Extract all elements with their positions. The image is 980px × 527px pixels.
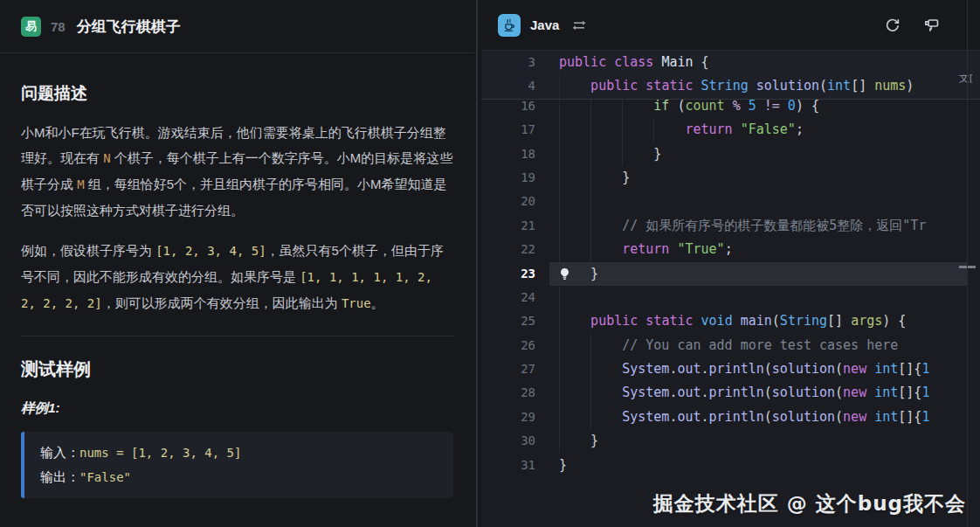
code-line: 24 (481, 286, 968, 309)
active-code-line: 23} (481, 262, 968, 286)
indent-guide (559, 334, 590, 357)
code-line: 26// You can add more test cases here (481, 334, 968, 357)
line-number: 24 (481, 286, 535, 309)
line-number: 22 (481, 238, 535, 261)
language-label[interactable]: Java (530, 17, 559, 32)
indent-guide (559, 74, 590, 98)
code-editor[interactable]: 3public class Main {4public static Strin… (481, 51, 980, 527)
indent-guide (653, 118, 685, 142)
indent-guide (559, 214, 590, 238)
line-number: 4 (481, 74, 535, 98)
code-line: 4public static String solution(int[] num… (481, 74, 980, 98)
java-logo-icon (498, 14, 521, 37)
line-number: 30 (481, 429, 535, 453)
line-number: 29 (481, 406, 535, 429)
description-heading: 问题描述 (21, 82, 453, 105)
indent-guide (622, 100, 653, 118)
problem-body: 问题描述 小M和小F在玩飞行棋。游戏结束后，他们需要将桌上的飞行棋棋子分组整理好… (0, 53, 474, 527)
line-number: 27 (481, 357, 535, 381)
sample-1-label: 样例1: (21, 399, 453, 418)
line-number: 19 (481, 166, 535, 190)
format-code-icon[interactable] (923, 17, 940, 33)
inline-code: M (77, 177, 84, 191)
problem-id: 78 (51, 19, 66, 34)
code-line: 20 (481, 190, 968, 213)
indent-guide (559, 166, 590, 190)
problem-paragraph: 小M和小F在玩飞行棋。游戏结束后，他们需要将桌上的飞行棋棋子分组整理好。现在有 … (21, 120, 453, 223)
indent-guide (559, 190, 590, 213)
line-number: 28 (481, 381, 535, 405)
code-line: 19} (481, 166, 968, 190)
indent-guide (590, 406, 622, 429)
code-line: 21// 如果所有序号的棋子数量都能被5整除，返回"Tr (481, 214, 968, 238)
indent-guide (559, 381, 590, 405)
indent-guide (590, 100, 622, 118)
code-line: 17return "False"; (481, 118, 968, 142)
code-line: 27System.out.println(solution(new int[]{… (481, 357, 968, 381)
sample-output-label: 输出： (40, 469, 79, 484)
code-line: 16if (count % 5 != 0) { (481, 100, 968, 118)
difficulty-badge: 易 (21, 17, 41, 37)
indent-guide (559, 142, 590, 166)
indent-guide (622, 118, 653, 142)
sample-input-row: 输入：nums = [1, 2, 3, 4, 5] (40, 440, 438, 465)
code-line: 22return "True"; (481, 238, 968, 261)
sample-output-row: 输出："False" (40, 465, 438, 489)
indent-guide (590, 190, 622, 213)
indent-guide (559, 406, 590, 429)
line-number: 26 (481, 334, 535, 357)
code-line: 31} (481, 454, 968, 477)
indent-guide (590, 142, 622, 166)
inline-code: N (103, 151, 110, 165)
app-window: 易 78 分组飞行棋棋子 问题描述 小M和小F在玩飞行棋。游戏结束后，他们需要将… (0, 0, 980, 527)
inline-code: True (342, 296, 371, 310)
line-number: 25 (481, 309, 535, 333)
editor-scrollbar-divider (967, 0, 968, 527)
indent-guide (559, 357, 590, 381)
indent-guide (590, 238, 622, 261)
sample-output-code: "False" (79, 470, 131, 484)
line-number: 21 (481, 214, 535, 238)
editor-scrollbar[interactable] (968, 51, 980, 527)
sample-input-label: 输入： (40, 445, 79, 460)
code-line: 28System.out.println(solution(new int[]{… (481, 381, 968, 405)
editor-panel: Java (481, 0, 980, 527)
indent-guide (590, 381, 622, 405)
inline-code: [1, 2, 3, 4, 5] (155, 244, 266, 258)
section-divider (21, 336, 453, 336)
indent-guide (590, 357, 622, 381)
line-number: 20 (481, 190, 535, 213)
indent-guide (559, 238, 590, 261)
indent-guide (590, 118, 622, 142)
inline-code: [1, 1, 1, 1, 1, 2, 2, 2, 2, 2] (21, 270, 432, 310)
indent-guide (590, 166, 622, 190)
reset-code-icon[interactable] (885, 17, 901, 33)
problem-panel: 易 78 分组飞行棋棋子 问题描述 小M和小F在玩飞行棋。游戏结束后，他们需要将… (0, 0, 474, 527)
indent-guide (559, 118, 590, 142)
sticky-scroll-lines: 3public class Main {4public static Strin… (481, 51, 980, 100)
lightbulb-icon[interactable] (559, 268, 570, 281)
panel-splitter[interactable] (474, 0, 481, 527)
code-line: 25public static void main(String[] args)… (481, 309, 968, 333)
samples-heading: 测试样例 (21, 357, 453, 381)
watermark-text: 掘金技术社区 @ 这个bug我不会 (653, 490, 966, 517)
problem-header: 易 78 分组飞行棋棋子 (0, 0, 474, 53)
indent-guide (590, 214, 622, 238)
line-number: 17 (481, 118, 535, 142)
line-number: 16 (481, 100, 535, 118)
swap-language-icon[interactable] (571, 19, 587, 31)
indent-guide (559, 309, 590, 333)
line-number: 23 (481, 262, 535, 286)
editor-header: Java (481, 0, 980, 51)
indent-guide (559, 286, 590, 309)
code-line: 3public class Main { (481, 51, 980, 74)
indent-guide (622, 142, 653, 166)
problem-paragraph: 例如，假设棋子序号为 [1, 2, 3, 4, 5]，虽然只有5个棋子，但由于序… (21, 238, 453, 316)
line-number: 31 (481, 454, 535, 477)
indent-guide (590, 334, 622, 357)
indent-guide (559, 429, 590, 453)
indent-guide (559, 100, 590, 118)
line-number: 18 (481, 142, 535, 166)
problem-title: 分组飞行棋棋子 (77, 17, 181, 37)
code-line: 29System.out.println(solution(new int[]{… (481, 406, 968, 429)
